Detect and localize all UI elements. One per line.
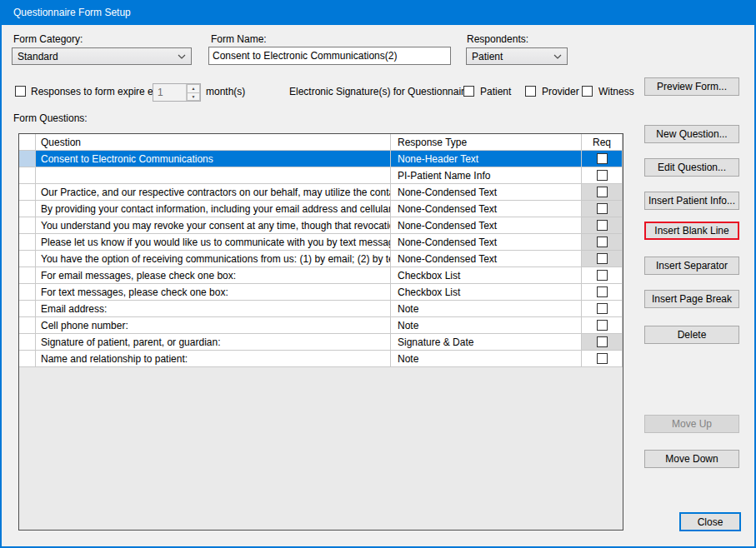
form-name-input[interactable]: Consent to Electronic Communications(2) — [208, 47, 451, 65]
req-checkbox — [597, 187, 608, 197]
req-checkbox[interactable] — [597, 170, 608, 181]
req-checkbox[interactable] — [597, 270, 608, 281]
row-selector[interactable] — [19, 334, 36, 351]
row-selector[interactable] — [19, 201, 36, 217]
question-row[interactable]: Consent to Electronic CommunicationsNone… — [19, 151, 623, 167]
response-type-cell[interactable]: Signature & Date — [391, 334, 582, 351]
form-questions-grid[interactable]: Question Response Type Req Consent to El… — [18, 133, 623, 531]
req-cell — [582, 167, 623, 184]
question-row[interactable]: Cell phone number:Note — [19, 317, 623, 334]
question-cell[interactable]: Please let us know if you would like us … — [36, 234, 391, 251]
req-cell — [582, 234, 623, 251]
questionnaire-form-setup-dialog: Questionnaire Form Setup Form Category: … — [0, 0, 756, 548]
question-row[interactable]: Name and relationship to patient:Note — [19, 351, 623, 367]
question-cell[interactable] — [36, 167, 391, 184]
row-selector[interactable] — [19, 151, 36, 167]
question-cell[interactable]: For text messages, please check one box: — [36, 284, 391, 301]
chevron-down-icon — [178, 54, 186, 59]
esig-provider-checkbox[interactable] — [525, 86, 536, 97]
response-type-cell[interactable]: None-Condensed Text — [391, 234, 582, 251]
row-selector[interactable] — [19, 317, 36, 334]
question-row[interactable]: For text messages, please check one box:… — [19, 284, 623, 301]
question-cell[interactable]: Name and relationship to patient: — [36, 351, 391, 367]
req-checkbox[interactable] — [597, 353, 608, 364]
req-checkbox[interactable] — [597, 286, 608, 297]
insert-separator-button[interactable]: Insert Separator — [644, 257, 739, 275]
row-selector[interactable] — [19, 217, 36, 234]
response-type-cell[interactable]: PI-Patient Name Info — [391, 167, 582, 184]
question-cell[interactable]: Our Practice, and our respective contrac… — [36, 184, 391, 201]
respondents-value: Patient — [472, 51, 553, 62]
question-row[interactable]: You have the option of receiving communi… — [19, 251, 623, 267]
question-cell[interactable]: You understand you may revoke your conse… — [36, 217, 391, 234]
insert-patient-info-button[interactable]: Insert Patient Info... — [644, 192, 739, 210]
question-cell[interactable]: Consent to Electronic Communications — [36, 151, 391, 167]
response-type-column-header[interactable]: Response Type — [391, 134, 582, 151]
stepper-down-icon[interactable]: ▼ — [187, 92, 200, 102]
question-cell[interactable]: Cell phone number: — [36, 317, 391, 334]
form-category-label: Form Category: — [13, 33, 83, 45]
title-bar[interactable]: Questionnaire Form Setup — [0, 0, 756, 25]
question-row[interactable]: By providing your contact information, i… — [19, 201, 623, 217]
question-cell[interactable]: By providing your contact information, i… — [36, 201, 391, 217]
question-column-header[interactable]: Question — [36, 134, 391, 151]
req-cell — [582, 301, 623, 317]
response-type-cell[interactable]: None-Condensed Text — [391, 201, 582, 217]
window-title: Questionnaire Form Setup — [13, 7, 131, 18]
form-questions-label: Form Questions: — [13, 112, 88, 124]
row-selector[interactable] — [19, 267, 36, 284]
question-row[interactable]: You understand you may revoke your conse… — [19, 217, 623, 234]
edit-question-button[interactable]: Edit Question... — [644, 158, 739, 177]
req-checkbox[interactable] — [597, 320, 608, 331]
stepper-up-icon[interactable]: ▲ — [187, 84, 200, 92]
row-selector[interactable] — [19, 234, 36, 251]
insert-blank-line-button[interactable]: Insert Blank Line — [644, 222, 739, 240]
req-cell — [582, 201, 623, 217]
question-cell[interactable]: You have the option of receiving communi… — [36, 251, 391, 267]
question-row[interactable]: For email messages, please check one box… — [19, 267, 623, 284]
row-selector[interactable] — [19, 351, 36, 367]
question-row[interactable]: Our Practice, and our respective contrac… — [19, 184, 623, 201]
response-type-cell[interactable]: Note — [391, 351, 582, 367]
expire-months-stepper[interactable]: 1 ▲ ▼ — [153, 83, 201, 102]
row-selector[interactable] — [19, 167, 36, 184]
req-column-header[interactable]: Req — [582, 134, 623, 151]
question-cell[interactable]: Email address: — [36, 301, 391, 317]
delete-button[interactable]: Delete — [644, 326, 739, 344]
req-cell — [582, 284, 623, 301]
question-cell[interactable]: Signature of patient, parent, or guardia… — [36, 334, 391, 351]
question-row[interactable]: PI-Patient Name Info — [19, 167, 623, 184]
req-checkbox[interactable] — [597, 303, 608, 314]
form-name-value: Consent to Electronic Communications(2) — [213, 50, 397, 62]
expire-checkbox[interactable] — [15, 86, 26, 97]
req-checkbox[interactable] — [597, 153, 608, 164]
row-selector[interactable] — [19, 301, 36, 317]
esig-patient-checkbox[interactable] — [463, 86, 474, 97]
preview-form-button[interactable]: Preview Form... — [644, 77, 739, 96]
expire-label: Responses to form expire every — [31, 86, 172, 97]
respondents-select[interactable]: Patient — [466, 47, 568, 65]
question-cell[interactable]: For email messages, please check one box… — [36, 267, 391, 284]
row-selector[interactable] — [19, 184, 36, 201]
response-type-cell[interactable]: Checkbox List — [391, 284, 582, 301]
move-down-button[interactable]: Move Down — [644, 450, 739, 468]
insert-page-break-button[interactable]: Insert Page Break — [644, 290, 739, 308]
response-type-cell[interactable]: Note — [391, 317, 582, 334]
form-category-select[interactable]: Standard — [12, 47, 192, 65]
req-checkbox — [597, 336, 608, 347]
question-row[interactable]: Signature of patient, parent, or guardia… — [19, 334, 623, 351]
response-type-cell[interactable]: None-Condensed Text — [391, 217, 582, 234]
row-selector[interactable] — [19, 284, 36, 301]
response-type-cell[interactable]: None-Condensed Text — [391, 184, 582, 201]
question-row[interactable]: Please let us know if you would like us … — [19, 234, 623, 251]
question-row[interactable]: Email address:Note — [19, 301, 623, 317]
response-type-cell[interactable]: None-Condensed Text — [391, 251, 582, 267]
new-question-button[interactable]: New Question... — [644, 125, 739, 143]
close-button[interactable]: Close — [679, 512, 741, 531]
response-type-cell[interactable]: Checkbox List — [391, 267, 582, 284]
esig-witness-checkbox[interactable] — [582, 86, 593, 97]
req-cell — [582, 351, 623, 367]
response-type-cell[interactable]: Note — [391, 301, 582, 317]
row-selector[interactable] — [19, 251, 36, 267]
response-type-cell[interactable]: None-Header Text — [391, 151, 582, 167]
